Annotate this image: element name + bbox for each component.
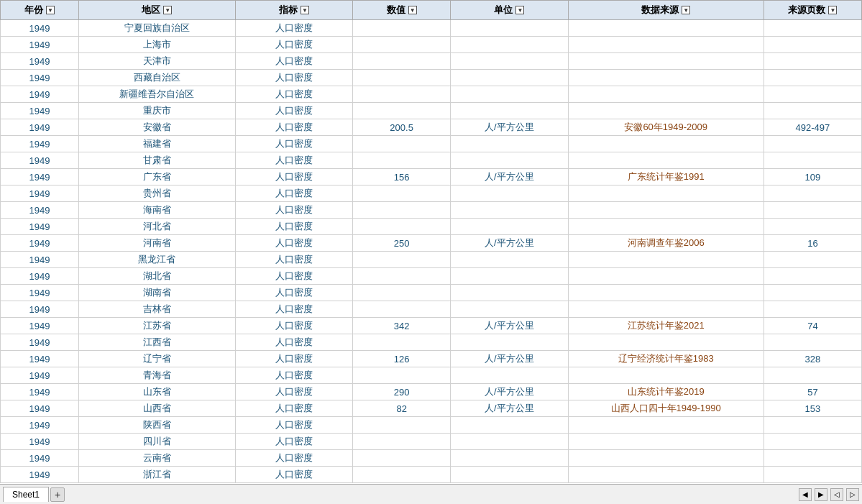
cell-source-col[interactable] — [568, 467, 764, 483]
cell-year-col[interactable]: 1949 — [1, 268, 79, 285]
cell-region-col[interactable]: 陕西省 — [78, 417, 235, 434]
cell-region-col[interactable]: 贵州省 — [78, 185, 235, 202]
cell-indicator-col[interactable]: 人口密度 — [235, 185, 352, 202]
cell-value-col[interactable] — [353, 434, 451, 450]
table-row[interactable]: 1949吉林省人口密度 — [1, 301, 862, 318]
cell-year-col[interactable]: 1949 — [1, 334, 79, 351]
cell-unit-col[interactable] — [451, 86, 568, 103]
cell-value-col[interactable]: 250 — [353, 235, 451, 252]
table-row[interactable]: 1949云南省人口密度 — [1, 450, 862, 467]
cell-pages-col[interactable]: 16 — [764, 235, 861, 252]
cell-pages-col[interactable]: 328 — [764, 351, 861, 367]
cell-indicator-col[interactable]: 人口密度 — [235, 467, 352, 483]
cell-year-col[interactable]: 1949 — [1, 252, 79, 268]
cell-indicator-col[interactable]: 人口密度 — [235, 450, 352, 467]
header-source[interactable]: 数据来源 ▼ — [568, 1, 764, 20]
cell-pages-col[interactable] — [764, 219, 861, 235]
table-row[interactable]: 1949湖南省人口密度 — [1, 285, 862, 301]
table-row[interactable]: 1949河南省人口密度250人/平方公里河南调查年鉴200616 — [1, 235, 862, 252]
cell-unit-col[interactable]: 人/平方公里 — [451, 351, 568, 367]
cell-year-col[interactable]: 1949 — [1, 235, 79, 252]
cell-source-col[interactable] — [568, 252, 764, 268]
cell-indicator-col[interactable]: 人口密度 — [235, 119, 352, 136]
cell-value-col[interactable]: 82 — [353, 400, 451, 417]
cell-pages-col[interactable] — [764, 185, 861, 202]
cell-region-col[interactable]: 浙江省 — [78, 467, 235, 483]
cell-region-col[interactable]: 新疆维吾尔自治区 — [78, 86, 235, 103]
cell-value-col[interactable] — [353, 367, 451, 384]
cell-indicator-col[interactable]: 人口密度 — [235, 169, 352, 185]
filter-icon-source[interactable]: ▼ — [682, 6, 690, 14]
cell-region-col[interactable]: 广东省 — [78, 169, 235, 185]
cell-source-col[interactable] — [568, 285, 764, 301]
cell-region-col[interactable]: 西藏自治区 — [78, 70, 235, 86]
cell-source-col[interactable]: 山西人口四十年1949-1990 — [568, 400, 764, 417]
table-row[interactable]: 1949新疆维吾尔自治区人口密度 — [1, 86, 862, 103]
cell-indicator-col[interactable]: 人口密度 — [235, 103, 352, 119]
cell-source-col[interactable]: 江苏统计年鉴2021 — [568, 318, 764, 334]
cell-region-col[interactable]: 重庆市 — [78, 103, 235, 119]
table-row[interactable]: 1949福建省人口密度 — [1, 136, 862, 152]
filter-icon-year[interactable]: ▼ — [46, 6, 55, 14]
cell-pages-col[interactable] — [764, 252, 861, 268]
cell-year-col[interactable]: 1949 — [1, 185, 79, 202]
cell-year-col[interactable]: 1949 — [1, 152, 79, 169]
cell-year-col[interactable]: 1949 — [1, 70, 79, 86]
cell-pages-col[interactable]: 492-497 — [764, 119, 861, 136]
table-row[interactable]: 1949广东省人口密度156人/平方公里广东统计年鉴1991109 — [1, 169, 862, 185]
cell-year-col[interactable]: 1949 — [1, 301, 79, 318]
cell-source-col[interactable] — [568, 20, 764, 37]
cell-value-col[interactable] — [353, 417, 451, 434]
cell-unit-col[interactable] — [451, 467, 568, 483]
cell-pages-col[interactable] — [764, 103, 861, 119]
cell-indicator-col[interactable]: 人口密度 — [235, 86, 352, 103]
cell-source-col[interactable] — [568, 219, 764, 235]
cell-unit-col[interactable]: 人/平方公里 — [451, 119, 568, 136]
cell-value-col[interactable] — [353, 268, 451, 285]
cell-source-col[interactable]: 安徽60年1949-2009 — [568, 119, 764, 136]
cell-region-col[interactable]: 山西省 — [78, 400, 235, 417]
cell-value-col[interactable] — [353, 37, 451, 53]
cell-year-col[interactable]: 1949 — [1, 136, 79, 152]
cell-source-col[interactable] — [568, 417, 764, 434]
cell-indicator-col[interactable]: 人口密度 — [235, 268, 352, 285]
cell-value-col[interactable] — [353, 70, 451, 86]
cell-source-col[interactable] — [568, 268, 764, 285]
table-row[interactable]: 1949山东省人口密度290人/平方公里山东统计年鉴201957 — [1, 384, 862, 400]
cell-pages-col[interactable] — [764, 334, 861, 351]
cell-year-col[interactable]: 1949 — [1, 434, 79, 450]
table-row[interactable]: 1949海南省人口密度 — [1, 202, 862, 219]
cell-indicator-col[interactable]: 人口密度 — [235, 334, 352, 351]
cell-value-col[interactable] — [353, 202, 451, 219]
scroll-left-button[interactable]: ◁ — [830, 488, 843, 501]
cell-unit-col[interactable] — [451, 252, 568, 268]
cell-pages-col[interactable] — [764, 434, 861, 450]
table-row[interactable]: 1949青海省人口密度 — [1, 367, 862, 384]
cell-region-col[interactable]: 辽宁省 — [78, 351, 235, 367]
header-value[interactable]: 数值 ▼ — [353, 1, 451, 20]
cell-unit-col[interactable] — [451, 268, 568, 285]
cell-value-col[interactable] — [353, 53, 451, 70]
table-row[interactable]: 1949河北省人口密度 — [1, 219, 862, 235]
cell-year-col[interactable]: 1949 — [1, 119, 79, 136]
cell-source-col[interactable] — [568, 367, 764, 384]
table-row[interactable]: 1949上海市人口密度 — [1, 37, 862, 53]
cell-value-col[interactable] — [353, 103, 451, 119]
cell-year-col[interactable]: 1949 — [1, 53, 79, 70]
table-row[interactable]: 1949重庆市人口密度 — [1, 103, 862, 119]
cell-indicator-col[interactable]: 人口密度 — [235, 417, 352, 434]
cell-year-col[interactable]: 1949 — [1, 351, 79, 367]
header-year[interactable]: 年份 ▼ — [1, 1, 79, 20]
cell-unit-col[interactable] — [451, 417, 568, 434]
cell-unit-col[interactable] — [451, 37, 568, 53]
cell-source-col[interactable] — [568, 202, 764, 219]
cell-indicator-col[interactable]: 人口密度 — [235, 351, 352, 367]
filter-icon-pages[interactable]: ▼ — [828, 6, 837, 14]
cell-source-col[interactable] — [568, 103, 764, 119]
table-row[interactable]: 1949陕西省人口密度 — [1, 417, 862, 434]
cell-indicator-col[interactable]: 人口密度 — [235, 202, 352, 219]
cell-value-col[interactable] — [353, 467, 451, 483]
cell-unit-col[interactable] — [451, 202, 568, 219]
table-row[interactable]: 1949安徽省人口密度200.5人/平方公里安徽60年1949-2009492-… — [1, 119, 862, 136]
scroll-right-button[interactable]: ▷ — [846, 488, 859, 501]
